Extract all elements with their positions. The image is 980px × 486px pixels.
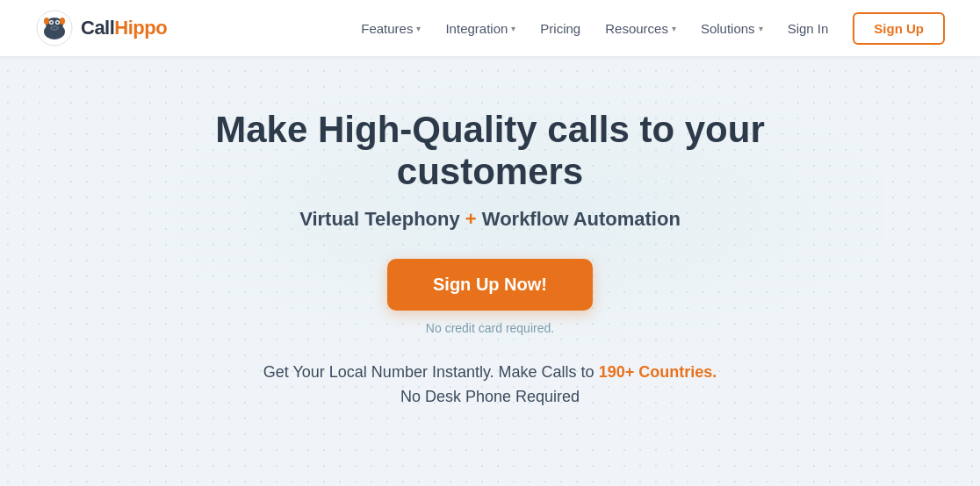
svg-point-6 [56,21,58,23]
chevron-down-icon: ▾ [672,24,676,33]
nav-resources[interactable]: Resources ▾ [605,21,676,36]
hero-subtitle-plus: + [465,208,477,230]
hero-bottom-text: Get Your Local Number Instantly. Make Ca… [263,360,717,411]
hero-section: Make High-Quality calls to your customer… [0,56,980,410]
nav-signup-button[interactable]: Sign Up [853,12,945,45]
logo-text: CallHippo [81,17,167,39]
hero-countries-highlight: 190+ Countries. [599,363,717,381]
svg-point-8 [60,18,65,25]
nav-pricing[interactable]: Pricing [540,21,580,36]
svg-point-10 [53,27,54,29]
hero-bottom-line2: No Desk Phone Required [400,388,580,405]
logo[interactable]: CallHippo [35,9,167,47]
svg-point-11 [55,27,57,29]
main-nav: Features ▾ Integration ▾ Pricing Resourc… [361,12,945,45]
svg-point-9 [50,25,59,31]
chevron-down-icon: ▾ [759,24,763,33]
hero-subtitle: Virtual Telephony + Workflow Automation [299,208,681,231]
hero-subtitle-part1: Virtual Telephony [299,208,465,230]
nav-signin[interactable]: Sign In [788,21,829,36]
chevron-down-icon: ▾ [416,24,421,33]
no-credit-text: No credit card required. [426,321,554,335]
hero-title: Make High-Quality calls to your customer… [130,109,850,194]
signup-now-button[interactable]: Sign Up Now! [387,259,593,311]
nav-solutions[interactable]: Solutions ▾ [701,21,763,36]
svg-point-7 [44,18,49,25]
header: CallHippo Features ▾ Integration ▾ Prici… [0,0,980,56]
nav-integration[interactable]: Integration ▾ [445,21,515,36]
nav-features[interactable]: Features ▾ [361,21,421,36]
svg-point-5 [50,21,52,23]
logo-icon [35,9,74,47]
chevron-down-icon: ▾ [511,24,515,33]
hero-bottom-line1: Get Your Local Number Instantly. Make Ca… [263,363,599,381]
hero-subtitle-part2: Workflow Automation [477,208,681,230]
